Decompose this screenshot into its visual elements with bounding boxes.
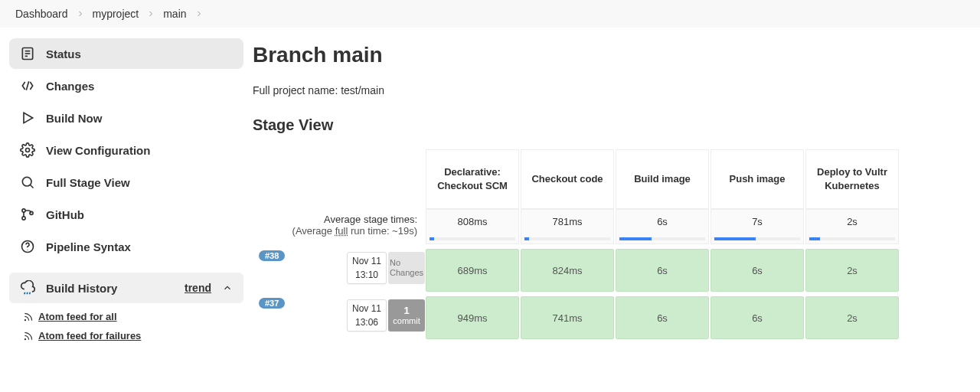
avg-stage-cell: 808ms — [426, 209, 519, 244]
breadcrumb-item-main[interactable]: main — [163, 8, 186, 20]
run-stage-cell[interactable]: 689ms — [426, 249, 519, 292]
sidebar-item-label: View Configuration — [46, 144, 150, 157]
sidebar-item-label: Build Now — [46, 112, 102, 125]
svg-point-10 — [22, 217, 25, 220]
stage-header-spacer — [253, 149, 425, 209]
avg-stage-cell: 7s — [710, 209, 804, 244]
svg-marker-5 — [24, 113, 33, 122]
svg-line-4 — [26, 81, 28, 90]
svg-point-9 — [22, 209, 25, 212]
run-stage-cell[interactable]: 824ms — [521, 249, 614, 292]
svg-point-13 — [28, 250, 28, 250]
weather-icon — [20, 280, 35, 296]
run-row-label: #37 Nov 11 13:06 1commit — [253, 296, 425, 339]
status-icon — [20, 46, 35, 61]
chevron-right-icon — [194, 9, 204, 18]
sidebar-item-pipeline-syntax[interactable]: Pipeline Syntax — [9, 231, 243, 262]
chevron-right-icon — [76, 9, 85, 18]
sidebar-item-label: GitHub — [46, 208, 84, 221]
run-stage-cell[interactable]: 949ms — [426, 296, 519, 339]
run-timestamp[interactable]: Nov 11 13:06 — [347, 299, 387, 332]
help-icon — [20, 239, 35, 254]
atom-feed-failures-link[interactable]: Atom feed for failures — [23, 330, 141, 341]
stage-header-cell: Declarative: Checkout SCM — [426, 149, 519, 209]
sidebar-item-changes[interactable]: Changes — [9, 70, 243, 101]
sidebar-item-build-now[interactable]: Build Now — [9, 103, 243, 133]
run-row-label: #38 Nov 11 13:10 No Changes — [253, 249, 425, 292]
sidebar-item-label: Pipeline Syntax — [46, 240, 131, 253]
run-stage-cell[interactable]: 2s — [805, 249, 899, 292]
atom-feed-all-label: Atom feed for all — [38, 311, 117, 322]
build-history-header: Build History trend — [9, 273, 243, 303]
svg-point-14 — [24, 319, 25, 320]
run-changes[interactable]: 1commit — [388, 299, 425, 332]
avg-row-label: Average stage times: (Average full run t… — [253, 209, 425, 244]
avg-stage-cell: 781ms — [521, 209, 614, 244]
sidebar-item-github[interactable]: GitHub — [9, 199, 243, 230]
main-content: Branch main Full project name: test/main… — [253, 28, 980, 360]
stage-header-cell: Push image — [710, 149, 804, 209]
avg-stage-cell: 2s — [805, 209, 899, 244]
svg-line-8 — [31, 185, 34, 188]
atom-feed-failures-label: Atom feed for failures — [38, 330, 141, 341]
run-row: #37 Nov 11 13:06 1commit 949ms741ms6s6s2… — [253, 296, 972, 339]
run-stage-cell[interactable]: 2s — [805, 296, 899, 339]
avg-stage-cell: 6s — [616, 209, 709, 244]
sidebar-item-view-config[interactable]: View Configuration — [9, 135, 243, 165]
play-icon — [20, 110, 35, 126]
avg-full-run-label: (Average full run time: ~19s) — [253, 225, 417, 237]
atom-feed-all-link[interactable]: Atom feed for all — [23, 311, 117, 322]
chevron-up-icon[interactable] — [222, 283, 233, 293]
run-stage-cell[interactable]: 6s — [616, 296, 709, 339]
chevron-right-icon — [146, 9, 155, 18]
breadcrumb-item-myproject[interactable]: myproject — [93, 8, 139, 20]
search-icon — [20, 175, 35, 190]
feed-row: Atom feed for all Atom feed for failures — [9, 303, 243, 349]
sidebar-item-status[interactable]: Status — [9, 38, 243, 69]
breadcrumb: Dashboard myproject main — [0, 0, 980, 28]
sidebar-item-label: Changes — [46, 80, 94, 93]
run-timestamp[interactable]: Nov 11 13:10 — [347, 252, 387, 284]
trend-link[interactable]: trend — [185, 282, 211, 294]
run-badge[interactable]: #37 — [259, 298, 285, 309]
run-changes[interactable]: No Changes — [388, 252, 425, 284]
breadcrumb-item-dashboard[interactable]: Dashboard — [15, 8, 68, 20]
run-badge[interactable]: #38 — [259, 250, 285, 261]
stage-header-cell: Checkout code — [521, 149, 614, 209]
changes-icon — [20, 78, 35, 93]
svg-point-7 — [22, 177, 31, 186]
stage-header-cell: Build image — [616, 149, 709, 209]
sidebar: StatusChangesBuild NowView Configuration… — [0, 28, 253, 360]
run-stage-cell[interactable]: 741ms — [521, 296, 614, 339]
git-icon — [20, 207, 35, 222]
gear-icon — [20, 142, 35, 158]
run-stage-cell[interactable]: 6s — [710, 249, 804, 292]
svg-point-15 — [24, 338, 25, 339]
stage-view-table: Declarative: Checkout SCMCheckout codeBu… — [253, 149, 972, 339]
run-stage-cell[interactable]: 6s — [710, 296, 804, 339]
svg-point-6 — [26, 149, 30, 152]
run-row: #38 Nov 11 13:10 No Changes 689ms824ms6s… — [253, 249, 972, 292]
sidebar-item-label: Full Stage View — [46, 176, 130, 189]
stage-view-title: Stage View — [253, 116, 972, 134]
page-title: Branch main — [253, 43, 972, 67]
sidebar-item-label: Status — [46, 47, 81, 60]
build-history-label: Build History — [46, 282, 117, 295]
project-name-label: Full project name: test/main — [253, 84, 972, 96]
stage-header-cell: Deploy to Vultr Kubernetes — [805, 149, 899, 209]
run-stage-cell[interactable]: 6s — [616, 249, 709, 292]
avg-stage-times-label: Average stage times: — [253, 214, 417, 225]
sidebar-item-full-stage[interactable]: Full Stage View — [9, 167, 243, 198]
